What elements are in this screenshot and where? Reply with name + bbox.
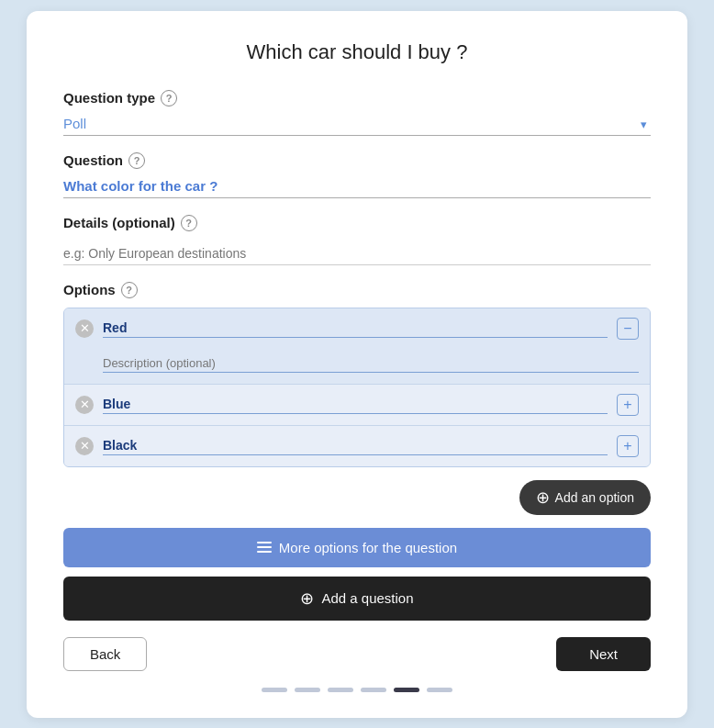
- options-list: ✕ − ✕ + ✕: [63, 308, 651, 467]
- expand-option-blue-button[interactable]: +: [617, 394, 639, 416]
- pagination-dot-6: [427, 688, 452, 692]
- option-item-black: ✕ +: [64, 426, 650, 466]
- question-label: Question: [63, 152, 123, 168]
- more-options-label: More options for the question: [279, 540, 457, 555]
- expand-option-black-button[interactable]: +: [617, 435, 639, 457]
- pagination-dot-3: [328, 688, 353, 692]
- option-input-blue[interactable]: [103, 395, 608, 414]
- more-options-button[interactable]: More options for the question: [63, 528, 651, 567]
- add-option-button[interactable]: ⊕ Add an option: [519, 480, 651, 515]
- option-input-black[interactable]: [103, 436, 608, 455]
- form-card: Which car should I buy ? Question type ?…: [27, 11, 687, 718]
- option-item-red: ✕ −: [64, 308, 650, 385]
- remove-option-black-button[interactable]: ✕: [75, 437, 94, 455]
- page-title: Which car should I buy ?: [63, 40, 651, 64]
- question-section: Question ?: [63, 152, 651, 198]
- options-help-icon[interactable]: ?: [121, 282, 138, 298]
- remove-option-red-button[interactable]: ✕: [75, 319, 94, 338]
- nav-row: Back Next: [63, 637, 651, 671]
- question-help-icon[interactable]: ?: [128, 152, 145, 169]
- lines-icon: [257, 542, 272, 553]
- option-description-red: [64, 349, 650, 384]
- question-type-help-icon[interactable]: ?: [161, 90, 177, 106]
- plus-icon: ⊕: [536, 487, 550, 508]
- pagination-dot-1: [262, 688, 287, 692]
- pagination-dot-5: [394, 688, 419, 692]
- question-type-select[interactable]: Poll Multiple choice Rating Text: [63, 112, 651, 136]
- details-label: Details (optional): [63, 215, 175, 230]
- next-button[interactable]: Next: [556, 637, 651, 671]
- question-type-section: Question type ? Poll Multiple choice Rat…: [63, 90, 651, 136]
- add-question-button[interactable]: ⊕ Add a question: [63, 577, 651, 621]
- question-input[interactable]: [63, 174, 651, 198]
- pagination: [63, 688, 651, 692]
- back-button[interactable]: Back: [63, 637, 147, 671]
- add-question-label: Add a question: [321, 590, 413, 606]
- options-section: Options ? ✕ − ✕ +: [63, 282, 651, 467]
- details-section: Details (optional) ?: [63, 215, 651, 265]
- details-input[interactable]: [63, 242, 651, 265]
- pagination-dot-2: [295, 688, 320, 692]
- collapse-option-red-button[interactable]: −: [617, 318, 639, 340]
- remove-option-blue-button[interactable]: ✕: [75, 396, 94, 414]
- question-type-label: Question type: [63, 90, 155, 106]
- add-question-icon: ⊕: [300, 588, 314, 609]
- option-input-red[interactable]: [103, 319, 608, 338]
- question-type-select-wrapper: Poll Multiple choice Rating Text ▾: [63, 112, 651, 136]
- pagination-dot-4: [361, 688, 386, 692]
- option-desc-input-red[interactable]: [103, 354, 639, 373]
- options-label: Options: [63, 282, 116, 297]
- details-help-icon[interactable]: ?: [181, 215, 197, 231]
- add-option-label: Add an option: [555, 490, 634, 505]
- add-option-row: ⊕ Add an option: [63, 480, 651, 515]
- option-item-blue: ✕ +: [64, 385, 650, 426]
